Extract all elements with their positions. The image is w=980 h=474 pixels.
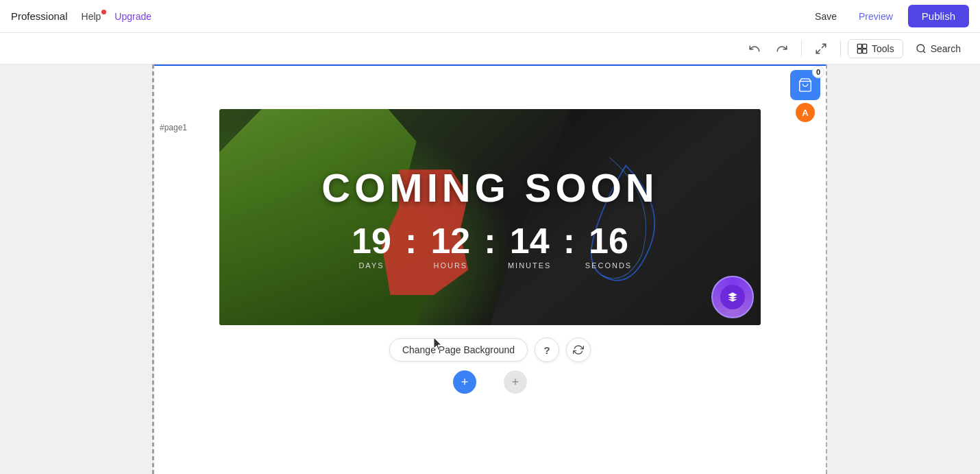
seconds-unit: 16 SECONDS (578, 223, 639, 270)
refresh-icon (573, 344, 584, 355)
main-content[interactable]: #page1 0 A (154, 64, 826, 474)
gutter-right (826, 64, 980, 474)
days-unit: 19 DAYS (341, 223, 402, 270)
sep-3: : (561, 223, 578, 259)
minutes-value: 14 (510, 223, 550, 259)
minutes-label: MINUTES (508, 261, 552, 270)
refresh-icon-button[interactable] (566, 337, 591, 362)
top-nav: Professional Help Upgrade Save Preview P… (0, 0, 980, 33)
change-bg-button[interactable]: Change Page Background (389, 338, 528, 362)
hours-unit: 12 HOURS (419, 223, 481, 270)
add-element-button[interactable]: + (504, 370, 527, 394)
cart-bag[interactable]: 0 (790, 70, 820, 100)
editor-toolbar: Tools Search (0, 33, 980, 64)
badge-inner (720, 285, 745, 309)
preview-button[interactable]: Preview (852, 7, 900, 26)
hours-label: HOURS (433, 261, 467, 270)
days-label: DAYS (358, 261, 384, 270)
banner-text-overlay: COMING SOON 19 DAYS : 12 HOURS : 14 MINU… (219, 109, 761, 325)
divider-2 (840, 40, 841, 57)
cart-count: 0 (812, 66, 824, 78)
undo-button[interactable] (742, 36, 767, 61)
countdown-row: 19 DAYS : 12 HOURS : 14 MINUTES : (341, 223, 639, 270)
svg-line-1 (816, 49, 820, 53)
nav-right: Save Preview Publish (808, 5, 969, 27)
publish-button[interactable]: Publish (908, 5, 969, 27)
bottom-add-row: + + (154, 370, 826, 394)
search-label: Search (931, 43, 961, 54)
seconds-value: 16 (589, 223, 628, 259)
user-avatar[interactable]: A (796, 103, 815, 122)
fit-screen-button[interactable] (809, 36, 833, 61)
selection-line (154, 64, 826, 66)
sep-2: : (481, 223, 498, 259)
svg-line-7 (923, 51, 925, 53)
help-menu[interactable]: Help (82, 11, 101, 22)
hours-value: 12 (430, 223, 470, 259)
notification-dot (101, 10, 106, 14)
search-button[interactable]: Search (907, 40, 969, 58)
bottom-toolbar: Change Page Background ? (154, 337, 826, 362)
save-button[interactable]: Save (808, 7, 844, 26)
page-label: #page1 (160, 123, 187, 132)
canvas-area: #page1 0 A (0, 64, 980, 474)
svg-rect-5 (863, 49, 867, 53)
svg-point-6 (917, 45, 924, 52)
shop-cart-widget: 0 A (790, 70, 820, 122)
minutes-unit: 14 MINUTES (499, 223, 561, 270)
svg-line-0 (822, 44, 825, 47)
gutter-left (0, 64, 154, 474)
add-section-button[interactable]: + (453, 370, 476, 394)
history-controls (742, 36, 794, 61)
sep-1: : (402, 223, 419, 259)
help-icon-button[interactable]: ? (535, 337, 559, 362)
nav-left: Professional Help Upgrade (11, 10, 151, 22)
coming-soon-banner[interactable]: COMING SOON 19 DAYS : 12 HOURS : 14 MINU… (219, 109, 761, 325)
brand-label: Professional (11, 10, 68, 22)
svg-rect-2 (857, 44, 861, 48)
redo-button[interactable] (770, 36, 794, 61)
seconds-label: SECONDS (585, 261, 632, 270)
upgrade-link[interactable]: Upgrade (114, 11, 151, 22)
banner-badge (711, 276, 754, 318)
banner-title: COMING SOON (321, 165, 658, 211)
svg-rect-4 (857, 49, 861, 53)
divider-1 (801, 40, 802, 57)
days-value: 19 (352, 223, 391, 259)
tools-label: Tools (872, 43, 894, 54)
tools-button[interactable]: Tools (848, 39, 903, 58)
question-icon: ? (544, 344, 550, 356)
svg-rect-3 (863, 44, 867, 48)
